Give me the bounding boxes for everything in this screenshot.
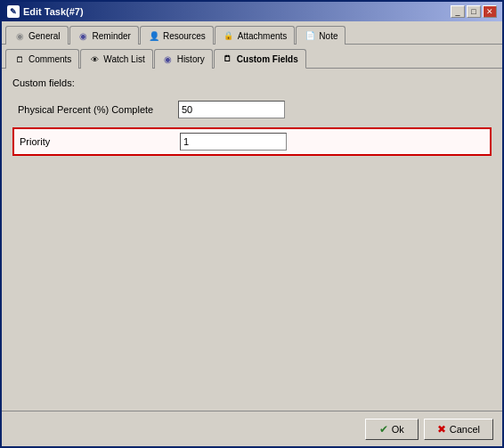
- comments-icon: [13, 53, 26, 66]
- bottom-bar: ✔ Ok ✖ Cancel: [2, 411, 502, 446]
- tab-attachments[interactable]: Attachments: [215, 26, 296, 45]
- cancel-label: Cancel: [450, 424, 480, 435]
- attachments-icon: [223, 29, 235, 42]
- priority-label: Priority: [20, 136, 180, 147]
- tab-history[interactable]: History: [154, 49, 213, 69]
- tab-watchlist[interactable]: Watch List: [80, 49, 152, 69]
- app-icon: ✎: [7, 5, 20, 18]
- customfields-icon: [222, 53, 234, 65]
- tab-note[interactable]: Note: [296, 26, 345, 45]
- section-label: Custom fields:: [12, 77, 492, 88]
- tab-comments-label: Comments: [28, 54, 71, 64]
- ok-button[interactable]: ✔ Ok: [365, 419, 419, 440]
- physical-percent-input[interactable]: [178, 101, 285, 118]
- tab-customfields-label: Custom Fields: [237, 54, 298, 64]
- tab-general-label: General: [28, 31, 61, 41]
- watchlist-icon: [88, 53, 101, 66]
- ok-label: Ok: [392, 424, 404, 435]
- physical-percent-row: Physical Percent (%) Complete: [12, 97, 492, 122]
- tab-reminder-label: Reminder: [93, 31, 131, 41]
- history-icon: [162, 53, 175, 66]
- priority-input[interactable]: [180, 133, 287, 151]
- main-content: Custom fields: Physical Percent (%) Comp…: [2, 69, 502, 411]
- reminder-icon: [77, 29, 90, 42]
- window-title: Edit Task(#7): [23, 6, 84, 17]
- tab-watchlist-label: Watch List: [103, 54, 144, 64]
- physical-percent-label: Physical Percent (%) Complete: [18, 104, 178, 115]
- tab-row-1: General Reminder Resources Attachments N…: [2, 21, 502, 45]
- main-window: ✎ Edit Task(#7) _ □ ✕ General Reminder R…: [0, 0, 504, 448]
- tab-resources-label: Resources: [163, 31, 206, 41]
- close-button[interactable]: ✕: [483, 5, 497, 18]
- resources-icon: [148, 29, 160, 42]
- tab-row-2: Comments Watch List History Custom Field…: [2, 45, 502, 69]
- title-bar-left: ✎ Edit Task(#7): [7, 5, 84, 18]
- general-icon: [13, 29, 26, 42]
- ok-icon: ✔: [379, 423, 388, 436]
- maximize-button[interactable]: □: [467, 5, 481, 18]
- note-icon: [304, 29, 316, 42]
- cancel-button[interactable]: ✖ Cancel: [424, 419, 493, 440]
- title-bar: ✎ Edit Task(#7) _ □ ✕: [2, 2, 502, 21]
- tab-comments[interactable]: Comments: [5, 49, 79, 69]
- tab-resources[interactable]: Resources: [140, 26, 214, 45]
- minimize-button[interactable]: _: [451, 5, 465, 18]
- tab-attachments-label: Attachments: [238, 31, 288, 41]
- tab-reminder[interactable]: Reminder: [69, 26, 139, 45]
- tab-customfields[interactable]: Custom Fields: [214, 49, 306, 69]
- cancel-icon: ✖: [437, 423, 446, 436]
- tab-note-label: Note: [319, 31, 337, 41]
- priority-row: Priority: [12, 127, 492, 156]
- tab-general[interactable]: General: [5, 26, 69, 45]
- tab-history-label: History: [177, 54, 205, 64]
- title-bar-controls: _ □ ✕: [451, 5, 497, 18]
